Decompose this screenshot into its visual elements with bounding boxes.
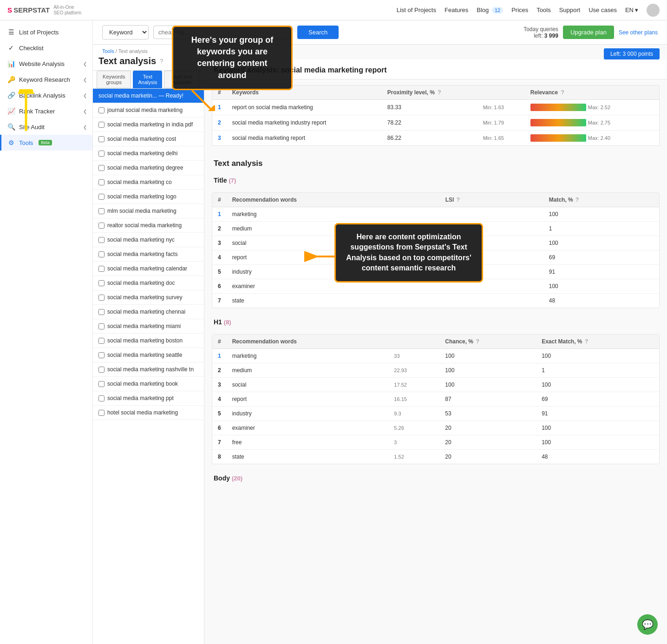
list-icon: ☰ xyxy=(7,28,15,36)
tab-text-analysis[interactable]: Text Analysis xyxy=(133,71,162,88)
kw-checkbox[interactable] xyxy=(98,381,105,387)
text-analysis-title: Text analysis xyxy=(204,151,667,172)
kw-checkbox[interactable] xyxy=(98,323,105,329)
list-item[interactable]: social media marketing boston xyxy=(93,334,204,348)
kw-checkbox[interactable] xyxy=(98,266,105,272)
list-item[interactable]: social media marketing delhi xyxy=(93,146,204,161)
kw-checkbox[interactable] xyxy=(98,107,105,113)
sidebar-item-keyword-research[interactable]: 🔑 Keyword Research ❮ xyxy=(0,72,92,87)
kw-checkbox[interactable] xyxy=(98,280,105,286)
sidebar-item-tools[interactable]: ⚙ Tools Beta xyxy=(0,135,92,151)
col-proximity: Proximity level, % ? xyxy=(382,85,477,100)
col-keywords: Keywords xyxy=(227,85,382,100)
breadcrumb-tools[interactable]: Tools xyxy=(102,48,114,54)
search-input[interactable] xyxy=(153,26,293,39)
nav-tools[interactable]: Tools xyxy=(536,7,550,13)
user-avatar[interactable] xyxy=(647,4,660,17)
list-item[interactable]: social media marketing degree xyxy=(93,161,204,175)
sidebar-item-checklist[interactable]: ✓ Checklist xyxy=(0,40,92,56)
kw-checkbox[interactable] xyxy=(98,410,105,416)
right-panel: Left: 3 000 points Keyword analysis: soc… xyxy=(204,45,667,644)
sidebar-item-website-analysis[interactable]: 📊 Website Analysis ❮ xyxy=(0,56,92,72)
table-row: 4 report 69 xyxy=(212,250,659,265)
kw-checkbox[interactable] xyxy=(98,194,105,200)
relevance-bar xyxy=(530,134,586,142)
beta-badge: Beta xyxy=(39,140,52,145)
kw-analysis-table-container: # Keywords Proximity level, % ? Relevanc… xyxy=(212,85,660,146)
kw-checkbox[interactable] xyxy=(98,251,105,257)
nav-prices[interactable]: Prices xyxy=(511,7,528,13)
upgrade-plan-button[interactable]: Upgrade plan xyxy=(563,26,614,39)
list-item[interactable]: social media marketing ppt xyxy=(93,391,204,406)
list-item-survey[interactable]: social media marketing survey xyxy=(93,290,204,305)
list-item[interactable]: social media marketing logo xyxy=(93,190,204,204)
see-other-plans-link[interactable]: See other plans xyxy=(619,29,658,36)
kw-checkbox[interactable] xyxy=(98,208,105,214)
kw-checkbox[interactable] xyxy=(98,179,105,185)
title-subsection-label: Title (7) xyxy=(204,172,667,187)
kw-checkbox[interactable] xyxy=(98,352,105,358)
nav-blog[interactable]: Blog 12 xyxy=(477,7,503,13)
nav-features[interactable]: Features xyxy=(445,7,468,13)
nav-support[interactable]: Support xyxy=(559,7,581,13)
list-item[interactable]: social media marketing doc xyxy=(93,276,204,290)
points-badge: Left: 3 000 points xyxy=(604,48,660,59)
kw-checkbox[interactable] xyxy=(98,237,105,243)
list-item[interactable]: social media marketing nyc xyxy=(93,233,204,247)
col-num: # xyxy=(212,85,227,100)
search-button[interactable]: Search xyxy=(297,26,339,39)
table-row: 2 social media marketing industry report… xyxy=(212,115,659,131)
table-row: 3 social media marketing report 86.22 Mi… xyxy=(212,131,659,146)
list-item[interactable]: social media marketing calendar xyxy=(93,262,204,276)
kw-checkbox[interactable] xyxy=(98,122,105,128)
list-item[interactable]: social media marketing cost xyxy=(93,132,204,146)
h1-analysis-table-container: # Recommendation words Chance, % ? Exact… xyxy=(212,334,660,464)
list-item[interactable]: social media marketing seattle xyxy=(93,348,204,362)
list-item[interactable]: social media marketing in india pdf xyxy=(93,118,204,132)
relevance-bar xyxy=(530,104,586,111)
sidebar-item-list-of-projects[interactable]: ☰ List of Projects xyxy=(0,24,92,40)
list-item[interactable]: mlm social media marketing xyxy=(93,204,204,218)
search-type-select[interactable]: Keyword xyxy=(102,25,149,39)
logo-tagline: All-in-OneSEO platform xyxy=(53,5,81,16)
kw-checkbox[interactable] xyxy=(98,223,105,229)
list-item-realtor[interactable]: realtor social media marketing xyxy=(93,218,204,233)
body-subsection-label: Body (20) xyxy=(204,470,667,485)
list-item[interactable]: social media marketing co xyxy=(93,175,204,190)
list-item[interactable]: social media marketing book xyxy=(93,377,204,391)
logo: S SERPSTAT xyxy=(7,6,50,14)
list-item[interactable]: social media marketing miami xyxy=(93,319,204,334)
kw-checkbox[interactable] xyxy=(98,367,105,373)
list-item[interactable]: social media marketing nashville tn xyxy=(93,362,204,377)
search-bar: Keyword Search Today queriesleft: 3 999 … xyxy=(93,20,667,45)
title-analysis-table-container: # Recommendation words LSI ? Match, % ? xyxy=(212,192,660,308)
list-item[interactable]: social media marketing facts xyxy=(93,247,204,262)
table-row: 1 report on social media marketing 83.33… xyxy=(212,100,659,115)
list-item[interactable]: social media marketing chennai xyxy=(93,305,204,319)
check-icon: ✓ xyxy=(7,44,15,52)
list-item[interactable]: hotel social media marketing xyxy=(93,406,204,420)
chat-button[interactable]: 💬 xyxy=(637,614,658,635)
kw-checkbox[interactable] xyxy=(98,309,105,315)
table-row: 3 social 100 xyxy=(212,236,659,250)
table-row: 6 examiner 5.26 20 100 xyxy=(212,421,659,435)
kw-checkbox[interactable] xyxy=(98,395,105,401)
top-nav-links: List of Projects Features Blog 12 Prices… xyxy=(397,4,660,17)
kw-checkbox[interactable] xyxy=(98,295,105,301)
tab-keywords-groups[interactable]: Keywords groups xyxy=(97,71,131,88)
list-item[interactable]: journal social media marketing xyxy=(93,103,204,118)
kw-checkbox[interactable] xyxy=(98,136,105,142)
tab-start-analysis[interactable]: Start text analysis xyxy=(164,71,199,88)
kw-checkbox[interactable] xyxy=(98,338,105,344)
relevance-bar xyxy=(530,119,586,126)
table-row: 1 marketing 100 xyxy=(212,207,659,222)
breadcrumb: Tools / Text analysis xyxy=(93,45,204,56)
nav-list-of-projects[interactable]: List of Projects xyxy=(397,7,436,13)
language-selector[interactable]: EN ▾ xyxy=(625,7,638,13)
kw-analysis-table: # Keywords Proximity level, % ? Relevanc… xyxy=(212,85,659,145)
kw-checkbox[interactable] xyxy=(98,151,105,157)
keyword-list-item-selected[interactable]: social media marketin... — Ready! xyxy=(93,89,204,103)
kw-checkbox[interactable] xyxy=(98,165,105,171)
title-analysis-table: # Recommendation words LSI ? Match, % ? xyxy=(212,193,659,308)
nav-use-cases[interactable]: Use cases xyxy=(589,7,617,13)
